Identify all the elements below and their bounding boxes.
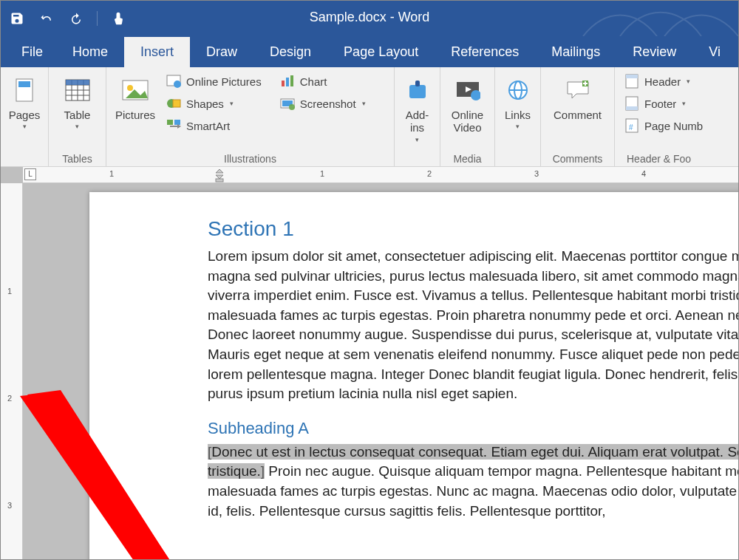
quick-access-toolbar (8, 10, 127, 27)
group-comments-label: Comments (547, 153, 608, 165)
title-bar: Sample.docx - Word (1, 1, 738, 36)
links-icon (506, 75, 530, 106)
save-button[interactable] (8, 10, 26, 27)
chart-icon (279, 73, 296, 89)
smartart-button[interactable]: SmartArt (163, 116, 265, 135)
links-button[interactable]: Links ▾ (501, 72, 534, 133)
redo-button[interactable] (67, 10, 85, 27)
vertical-ruler[interactable]: 1 2 3 (1, 183, 23, 560)
svg-rect-19 (282, 81, 285, 86)
svg-point-13 (174, 81, 181, 88)
heading-section-1[interactable]: Section 1 (208, 217, 738, 241)
header-button[interactable]: Header▾ (621, 72, 706, 91)
footer-icon (624, 95, 640, 112)
group-media-label: Media (446, 153, 488, 165)
shapes-icon (166, 95, 182, 112)
pages-icon (14, 75, 35, 106)
ribbon: Pages ▾ Table ▾ Tables Pictures (1, 67, 738, 167)
smartart-icon (166, 117, 182, 134)
tab-page-layout[interactable]: Page Layout (327, 37, 435, 67)
online-pictures-button[interactable]: Online Pictures (163, 72, 265, 91)
svg-rect-39 (626, 106, 638, 110)
header-icon (624, 73, 640, 89)
svg-point-24 (289, 104, 295, 110)
document-area: L 1 1 2 3 4 1 2 3 Section 1 Lorem ipsum … (1, 167, 738, 560)
horizontal-ruler[interactable]: L 1 1 2 3 4 (23, 167, 738, 183)
heading-subheading-a[interactable]: Subheading A (208, 419, 738, 438)
tab-file[interactable]: File (8, 37, 56, 67)
screenshot-button[interactable]: Screenshot▾ (276, 94, 369, 113)
tab-draw[interactable]: Draw (190, 37, 253, 67)
table-button[interactable]: Table ▾ (55, 72, 100, 133)
page-number-icon: # (624, 117, 640, 134)
paragraph-2[interactable]: Donec ut est in lectus consequat consequ… (208, 443, 738, 521)
svg-rect-37 (626, 75, 638, 78)
tab-insert[interactable]: Insert (124, 37, 190, 67)
tab-view[interactable]: Vi (692, 37, 737, 67)
undo-button[interactable] (38, 10, 55, 27)
screenshot-icon (279, 95, 296, 112)
window-title: Sample.docx - Word (310, 10, 430, 25)
online-video-button[interactable]: Online Video (446, 72, 488, 137)
ribbon-tabs: File Home Insert Draw Design Page Layout… (1, 36, 738, 67)
svg-rect-26 (415, 81, 420, 86)
shapes-button[interactable]: Shapes▾ (163, 94, 265, 113)
touch-mode-button[interactable] (109, 10, 127, 27)
comment-button[interactable]: Comment (547, 72, 608, 124)
addins-button[interactable]: Add- ins ▾ (401, 72, 434, 146)
svg-rect-20 (286, 78, 289, 86)
comment-icon (565, 75, 591, 106)
svg-rect-21 (290, 75, 293, 86)
svg-marker-43 (216, 175, 223, 179)
svg-point-11 (127, 85, 133, 91)
svg-rect-15 (173, 100, 180, 107)
tab-selector[interactable]: L (24, 168, 36, 180)
tab-review[interactable]: Review (616, 37, 692, 67)
svg-rect-1 (18, 81, 30, 87)
svg-marker-42 (216, 169, 223, 173)
tab-references[interactable]: References (435, 37, 535, 67)
group-tables-label: Tables (55, 153, 100, 165)
paragraph-1[interactable]: Lorem ipsum dolor sit amet, consectetuer… (208, 247, 738, 404)
tab-design[interactable]: Design (253, 37, 327, 67)
pages-button[interactable]: Pages ▾ (7, 72, 42, 133)
tab-home[interactable]: Home (56, 37, 124, 67)
svg-rect-9 (66, 80, 89, 85)
pictures-icon (121, 75, 149, 106)
chart-button[interactable]: Chart (276, 72, 369, 91)
online-video-icon (455, 75, 480, 106)
group-headerfooter-label: Header & Foo (621, 153, 732, 165)
document-page[interactable]: Section 1 Lorem ipsum dolor sit amet, co… (89, 192, 738, 560)
indent-marker-icon[interactable] (214, 168, 225, 182)
online-pictures-icon (166, 73, 182, 89)
tab-mailings[interactable]: Mailings (535, 37, 616, 67)
table-icon (65, 75, 90, 106)
svg-rect-25 (409, 85, 426, 98)
footer-button[interactable]: Footer▾ (621, 94, 706, 113)
svg-rect-16 (167, 120, 173, 125)
svg-rect-17 (174, 120, 180, 125)
pictures-button[interactable]: Pictures (112, 72, 158, 124)
page-number-button[interactable]: # Page Numb (621, 116, 706, 135)
addins-icon (406, 75, 429, 106)
svg-rect-44 (216, 179, 223, 182)
svg-text:#: # (629, 123, 633, 132)
group-illustrations-label: Illustrations (112, 153, 388, 165)
